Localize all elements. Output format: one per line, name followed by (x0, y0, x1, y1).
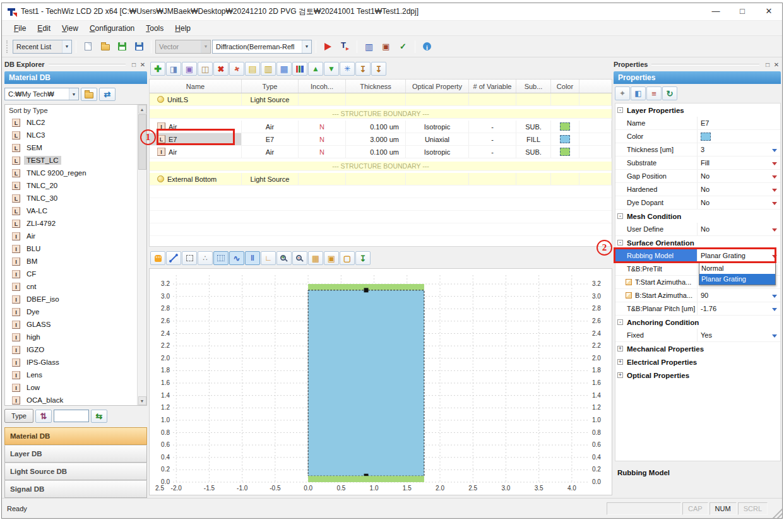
expand-icon[interactable]: + (617, 372, 623, 378)
expand-icon[interactable]: + (617, 346, 623, 352)
table-row[interactable]: LE7 E7 N 3.000 um Uniaxial - FILL (150, 133, 612, 146)
dropdown-arrow-icon[interactable] (772, 308, 777, 314)
select-region-button[interactable] (182, 251, 197, 265)
dropdown-arrow-icon[interactable] (772, 175, 777, 181)
dropdown-arrow-icon[interactable] (772, 162, 777, 168)
expand-icon[interactable]: - (617, 107, 623, 113)
vector-combo[interactable]: Vector▼ (155, 40, 211, 54)
save-button[interactable] (114, 38, 130, 54)
table-row[interactable]: IAir Air N 0.100 um Isotropic - SUB. (150, 121, 612, 133)
layer-lines-button[interactable] (245, 251, 260, 265)
property-value[interactable]: Planar Grating (698, 252, 772, 259)
dropdown-arrow-icon[interactable] (772, 255, 777, 261)
property-row[interactable]: + Electrical Properties (615, 355, 780, 369)
zoom-fit-button[interactable] (324, 251, 339, 265)
layer-note-button[interactable] (245, 62, 260, 76)
property-value[interactable]: Fill (698, 159, 772, 167)
checklist-button[interactable] (395, 38, 411, 54)
property-row[interactable]: Fixed Yes (615, 329, 780, 342)
resize-grip[interactable] (771, 507, 782, 518)
table-row[interactable]: --- STRUCTURE BOUNDARY --- (150, 109, 612, 119)
about-button[interactable] (419, 38, 435, 54)
zoom-in-button[interactable] (276, 251, 292, 265)
menu-item[interactable]: Help (169, 21, 196, 35)
material-list-item[interactable]: L TNLC_20 (5, 179, 137, 192)
material-list-item[interactable]: L VA-LC (5, 204, 137, 217)
color-swatch[interactable] (560, 122, 570, 131)
type-button[interactable]: Type (4, 409, 33, 423)
material-list-item[interactable]: I IGZO (5, 343, 137, 356)
expand-icon[interactable]: + (617, 359, 623, 365)
structure-plot[interactable]: 0.00.00.20.20.40.40.60.60.80.81.01.01.21… (149, 268, 612, 495)
property-row[interactable]: - Layer Properties (615, 103, 780, 117)
property-row[interactable]: - Surface Orientation (615, 236, 780, 249)
db-path-combo[interactable]: C:₩My Tech₩▼ (4, 88, 79, 100)
menu-item[interactable]: Edit (32, 21, 56, 35)
property-row[interactable]: + Optical Properties (615, 369, 780, 382)
open-file-button[interactable] (97, 38, 113, 54)
material-list-item[interactable]: I Lens (5, 369, 137, 381)
zoom-window-button[interactable] (340, 251, 355, 265)
run-button[interactable] (320, 38, 336, 54)
director-view-button[interactable] (229, 251, 244, 265)
recent-list-combo[interactable]: Recent List▼ (13, 40, 72, 54)
material-list-item[interactable]: I DBEF_iso (5, 293, 137, 305)
panel-float-button[interactable]: □ (763, 61, 772, 68)
material-list-item[interactable]: I high (5, 331, 137, 343)
material-list-item[interactable]: L TEST_LC (5, 154, 137, 167)
material-list-item[interactable]: I CF (5, 268, 137, 280)
list-scrollbar[interactable]: ▲ ▼ (137, 105, 146, 405)
property-row[interactable]: Hardened No (615, 183, 780, 196)
layout-props-button[interactable] (631, 86, 646, 100)
sort-order-button[interactable] (35, 410, 52, 423)
property-row[interactable]: Substrate Fill (615, 157, 780, 170)
grid-toggle-button[interactable] (213, 251, 229, 265)
material-list-item[interactable]: I BLU (5, 242, 137, 255)
material-list-item[interactable]: I BM (5, 255, 137, 268)
panel-float-button[interactable]: □ (129, 61, 138, 68)
property-value[interactable]: No (698, 225, 772, 233)
material-list-item[interactable]: L TNLC 9200_regen (5, 167, 137, 179)
layer-chart-button[interactable] (292, 62, 307, 76)
filter-input[interactable] (54, 410, 89, 422)
dropdown-option[interactable]: Planar Grating (699, 274, 775, 285)
material-list-item[interactable]: I OCA_black (5, 394, 137, 406)
node-select-button[interactable] (198, 251, 213, 265)
expand-icon[interactable]: - (617, 319, 623, 325)
minimize-button[interactable]: — (703, 3, 729, 20)
property-value[interactable]: 3 (698, 146, 772, 153)
material-list-item[interactable]: L NLC2 (5, 116, 137, 129)
dropdown-arrow-icon[interactable] (772, 295, 777, 300)
delete-layer-button[interactable] (213, 62, 229, 76)
property-value[interactable]: -1.76 (698, 305, 772, 312)
zoom-out-button[interactable] (292, 251, 307, 265)
table-row[interactable]: External Bottom Light Source (150, 173, 612, 186)
dropdown-option[interactable]: Normal (699, 263, 775, 274)
material-list-item[interactable]: L NLC3 (5, 129, 137, 141)
expand-icon[interactable]: - (617, 240, 623, 245)
expand-icon[interactable]: - (617, 213, 623, 219)
panel-close-button[interactable]: ✕ (772, 61, 781, 68)
property-value[interactable]: No (698, 172, 772, 180)
property-value[interactable]: 90 (698, 292, 772, 299)
import-structure-button[interactable] (371, 62, 386, 76)
toolbar-grip[interactable] (6, 40, 9, 53)
table-row[interactable]: IAir Air N 0.100 um Isotropic - SUB. (150, 146, 612, 158)
menu-item[interactable]: Configuration (84, 21, 140, 35)
color-swatch[interactable] (560, 148, 570, 156)
add-layer-button[interactable] (150, 62, 165, 76)
pan-button[interactable] (150, 251, 165, 265)
export-structure-button[interactable] (355, 62, 371, 76)
column-header[interactable]: Name (150, 80, 242, 93)
db-tab[interactable]: Light Source DB (4, 463, 147, 480)
axes-button[interactable] (261, 251, 276, 265)
column-header[interactable]: Type (242, 80, 299, 93)
scroll-up-icon[interactable]: ▲ (138, 105, 146, 114)
property-row[interactable]: Color (615, 130, 780, 143)
column-header[interactable]: Thickness (346, 80, 406, 93)
paste-layer-button[interactable] (198, 62, 213, 76)
material-list-item[interactable]: L TNLC_30 (5, 192, 137, 204)
property-row[interactable]: Gap Position No (615, 170, 780, 183)
layer-note2-button[interactable] (261, 62, 276, 76)
color-swatch[interactable] (560, 135, 570, 143)
